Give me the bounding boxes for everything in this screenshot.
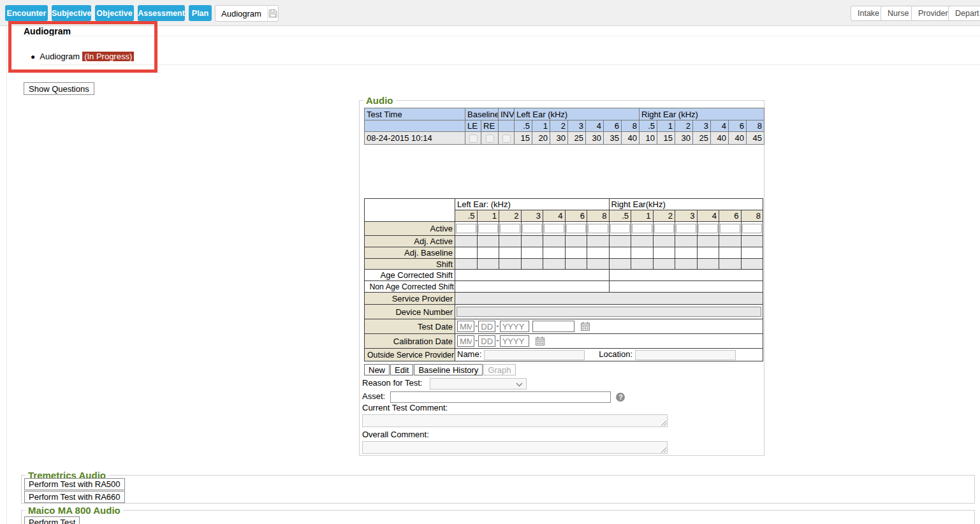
detail-right-ear-header: Right Ear(kHz) <box>609 199 763 210</box>
freq-header: 1 <box>657 120 675 132</box>
date-separator: - <box>475 335 478 345</box>
active-threshold-input[interactable] <box>500 224 520 233</box>
page-title: Audiogram <box>24 26 71 36</box>
freq-header: 4 <box>586 120 604 132</box>
freq-header: 2 <box>550 120 568 132</box>
graph-button[interactable]: Graph <box>483 364 515 375</box>
right-ear-header: Right Ear (kHz) <box>640 108 764 120</box>
current-test-comment-textarea[interactable] <box>362 414 668 427</box>
audiogram-screen: Encounter Subjective Objective Assessmen… <box>0 0 980 524</box>
right-value: 25 <box>693 132 711 145</box>
detail-freq-header: 2 <box>653 210 675 222</box>
freq-header: 2 <box>675 120 693 132</box>
baseline-re-checkbox[interactable] <box>486 135 494 143</box>
freq-header: 4 <box>711 120 729 132</box>
freq-header: 1 <box>532 120 550 132</box>
right-value: 40 <box>711 132 729 145</box>
active-threshold-input[interactable] <box>632 224 652 233</box>
top-toolbar: Encounter Subjective Objective Assessmen… <box>0 0 980 26</box>
baseline-re-cell <box>481 132 499 145</box>
baseline-header: Baseline <box>465 108 499 120</box>
freq-header: 6 <box>604 120 622 132</box>
subjective-button[interactable]: Subjective <box>52 5 91 21</box>
calendar-icon[interactable] <box>580 321 590 331</box>
help-icon[interactable]: ? <box>616 393 625 402</box>
active-threshold-input[interactable] <box>522 224 543 233</box>
baseline-history-button[interactable]: Baseline History <box>414 364 483 375</box>
active-row-label: Active <box>365 222 455 236</box>
plan-button[interactable]: Plan <box>189 5 212 21</box>
active-threshold-input[interactable] <box>544 224 564 233</box>
active-threshold-input[interactable] <box>676 224 696 233</box>
left-value: 20 <box>532 132 550 145</box>
age-corrected-shift-label: Age Corrected Shift <box>365 270 455 281</box>
active-threshold-input[interactable] <box>456 224 476 233</box>
osp-name-input[interactable] <box>484 350 585 360</box>
inv-checkbox[interactable] <box>502 135 511 143</box>
active-threshold-input[interactable] <box>588 224 608 233</box>
reason-for-test-label: Reason for Test: <box>362 378 422 388</box>
outside-service-provider-label: Outside Service Provider <box>365 349 455 361</box>
left-value: 40 <box>622 132 640 145</box>
show-questions-button[interactable]: Show Questions <box>24 82 94 95</box>
perform-test-ra500-button[interactable]: Perform Test with RA500 <box>24 478 125 490</box>
active-threshold-input[interactable] <box>478 224 499 233</box>
new-button[interactable]: New <box>364 364 390 375</box>
calibration-date-label: Calibration Date <box>365 334 455 349</box>
audiogram-list-item[interactable]: ●Audiogram(In Progress) <box>31 52 134 61</box>
detail-freq-header: 4 <box>543 210 566 222</box>
date-separator: - <box>475 321 478 330</box>
reason-for-test-select[interactable] <box>430 378 527 389</box>
calibration-date-yyyy-input[interactable] <box>500 335 529 347</box>
encounter-button[interactable]: Encounter <box>5 5 48 21</box>
calibration-date-dd-input[interactable] <box>478 335 495 347</box>
active-threshold-input[interactable] <box>698 224 719 233</box>
test-time-input[interactable] <box>532 321 574 332</box>
test-date-yyyy-input[interactable] <box>500 321 529 332</box>
test-date-dd-input[interactable] <box>478 321 495 332</box>
detail-corner-cell <box>365 199 455 222</box>
detail-freq-header: 8 <box>587 210 610 222</box>
active-threshold-input[interactable] <box>566 224 587 233</box>
active-threshold-input[interactable] <box>720 224 740 233</box>
device-number-input[interactable] <box>457 307 761 317</box>
right-value: 10 <box>640 132 657 145</box>
resize-grip-icon[interactable] <box>660 419 666 426</box>
edit-button[interactable]: Edit <box>390 364 413 375</box>
resize-grip-icon[interactable] <box>660 446 666 453</box>
calibration-date-mm-input[interactable] <box>457 335 474 347</box>
maico-audio-section: Maico MA 800 Audio Perform Test <box>21 510 975 524</box>
active-threshold-input[interactable] <box>610 224 631 233</box>
overall-comment-label: Overall Comment: <box>362 430 429 439</box>
inv-cell <box>499 132 515 145</box>
service-provider-label: Service Provider <box>365 293 455 305</box>
calendar-icon[interactable] <box>535 336 545 346</box>
adj-baseline-row-label: Adj. Baseline <box>365 247 455 259</box>
depart-button[interactable]: Depart <box>948 6 980 21</box>
test-date-mm-input[interactable] <box>457 321 474 332</box>
audiogram-tab[interactable]: Audiogram <box>215 5 279 22</box>
detail-freq-header: 4 <box>697 210 719 222</box>
objective-button[interactable]: Objective <box>95 5 134 21</box>
empty-header-cell <box>365 120 465 132</box>
overall-comment-textarea[interactable] <box>362 441 668 454</box>
active-threshold-input[interactable] <box>654 224 675 233</box>
detail-freq-header: .5 <box>609 210 631 222</box>
audio-action-buttons: New Edit Baseline History Graph <box>364 364 516 375</box>
detail-freq-header: 6 <box>719 210 742 222</box>
perform-test-ra660-button[interactable]: Perform Test with RA660 <box>24 491 125 503</box>
date-separator: - <box>496 335 499 345</box>
audiogram-item-label[interactable]: Audiogram <box>40 52 80 61</box>
osp-location-input[interactable] <box>635 350 736 360</box>
osp-name-label: Name: <box>457 349 481 359</box>
freq-header: .5 <box>640 120 657 132</box>
asset-row: Asset: ? <box>362 391 625 403</box>
save-icon[interactable] <box>267 6 278 21</box>
baseline-le-checkbox[interactable] <box>469 135 478 143</box>
right-value: 30 <box>675 132 693 145</box>
active-threshold-input[interactable] <box>742 224 763 233</box>
detail-freq-header: 3 <box>521 210 543 222</box>
assessment-button[interactable]: Assessment <box>138 5 185 21</box>
perform-test-button[interactable]: Perform Test <box>24 516 80 524</box>
asset-input[interactable] <box>390 391 611 403</box>
